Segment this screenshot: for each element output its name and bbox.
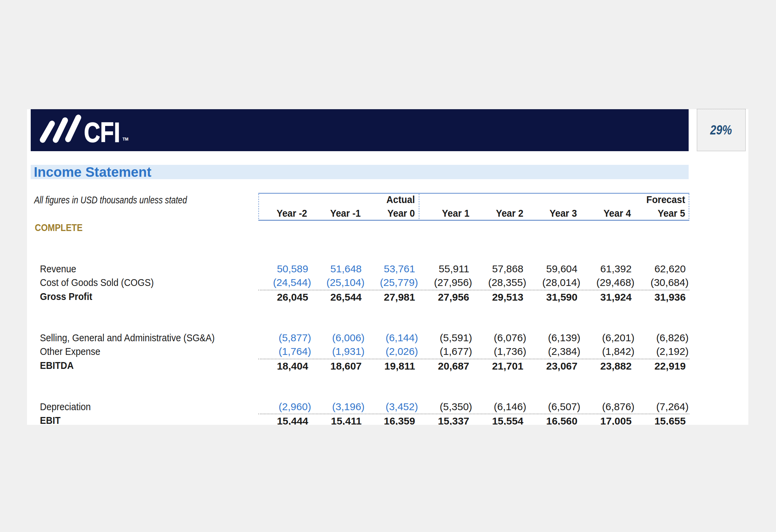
svg-text:TM: TM: [123, 137, 128, 142]
svg-text:CFI: CFI: [84, 117, 120, 145]
